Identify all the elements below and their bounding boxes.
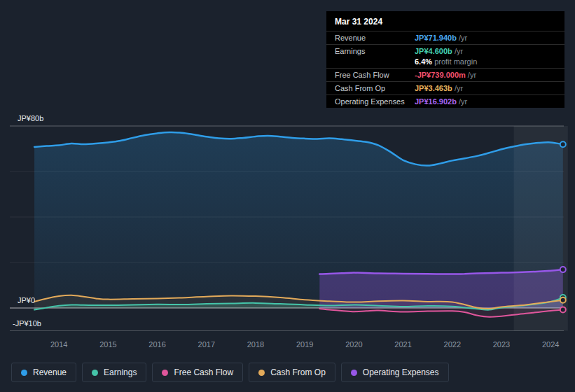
tooltip-row-value: -JP¥739.000m /yr xyxy=(415,71,556,79)
tooltip-date: Mar 31 2024 xyxy=(326,11,564,31)
x-axis-label: 2014 xyxy=(50,340,67,349)
tooltip-row-label: Earnings xyxy=(335,47,415,55)
x-axis-label: 2018 xyxy=(247,340,264,349)
x-axis-label: 2021 xyxy=(394,340,411,349)
legend-item-label: Revenue xyxy=(33,368,67,377)
fcf-legend-dot-icon xyxy=(162,370,168,376)
earnings-revenue-history-chart: JP¥80bJP¥0-JP¥10b20142015201620172018201… xyxy=(0,0,575,392)
cashop-legend-dot-icon xyxy=(258,370,265,376)
x-axis-label: 2022 xyxy=(444,340,461,349)
chart-tooltip: Mar 31 2024 RevenueJP¥71.940b /yrEarning… xyxy=(326,11,564,108)
tooltip-row: RevenueJP¥71.940b /yr xyxy=(326,31,564,44)
legend-item-cashop[interactable]: Cash From Op xyxy=(249,363,335,382)
x-axis-label: 2015 xyxy=(99,340,116,349)
tooltip-row-value: JP¥71.940b /yr xyxy=(415,34,556,42)
tooltip-rows: RevenueJP¥71.940b /yrEarningsJP¥4.600b /… xyxy=(326,31,564,108)
legend-item-fcf[interactable]: Free Cash Flow xyxy=(152,363,243,382)
tooltip-row: Cash From OpJP¥3.463b /yr xyxy=(326,81,564,94)
tooltip-row-value: JP¥4.600b /yr xyxy=(415,47,556,55)
legend-item-label: Operating Expenses xyxy=(363,368,439,377)
tooltip-row-label: Cash From Op xyxy=(335,84,415,92)
tooltip-row: Operating ExpensesJP¥16.902b /yr xyxy=(326,94,564,108)
y-axis-label: JP¥0 xyxy=(18,296,35,304)
opex-legend-dot-icon xyxy=(351,370,357,376)
x-axis-label: 2016 xyxy=(148,340,165,349)
x-axis-label: 2023 xyxy=(493,340,510,349)
legend-item-opex[interactable]: Operating Expenses xyxy=(341,363,449,382)
x-axis-label: 2024 xyxy=(542,340,559,349)
y-axis-label: JP¥80b xyxy=(18,114,43,122)
tooltip-row-label: Free Cash Flow xyxy=(335,71,415,79)
x-axis-label: 2017 xyxy=(198,340,215,349)
tooltip-row-label: Revenue xyxy=(335,34,415,42)
revenue-legend-dot-icon xyxy=(21,370,27,376)
tooltip-row-value: JP¥16.902b /yr xyxy=(415,97,556,106)
tooltip-row: Free Cash Flow-JP¥739.000m /yr xyxy=(326,68,564,81)
legend-item-revenue[interactable]: Revenue xyxy=(11,363,76,382)
legend-item-label: Cash From Op xyxy=(270,368,326,377)
legend-item-label: Earnings xyxy=(104,368,137,377)
y-axis-label: -JP¥10b xyxy=(13,319,41,328)
tooltip-row-value: 6.4% profit margin xyxy=(415,57,556,66)
x-axis-label: 2019 xyxy=(296,340,313,349)
legend-item-earnings[interactable]: Earnings xyxy=(82,363,146,382)
x-axis-label: 2020 xyxy=(345,340,362,349)
tooltip-row-label: Operating Expenses xyxy=(335,97,415,106)
tooltip-profit-margin-row: 6.4% profit margin xyxy=(326,57,564,68)
chart-legend: RevenueEarningsFree Cash FlowCash From O… xyxy=(11,363,449,382)
earnings-legend-dot-icon xyxy=(92,370,98,376)
tooltip-row: EarningsJP¥4.600b /yr xyxy=(326,44,564,57)
legend-item-label: Free Cash Flow xyxy=(174,368,233,377)
tooltip-row-value: JP¥3.463b /yr xyxy=(415,84,556,92)
